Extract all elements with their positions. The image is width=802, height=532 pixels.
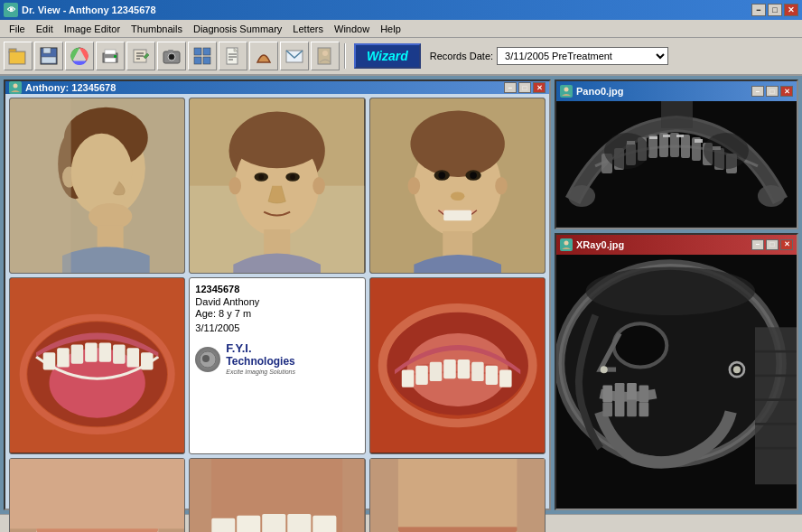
photo-lower-teeth[interactable] bbox=[9, 277, 185, 453]
pano-close[interactable]: ✕ bbox=[780, 86, 793, 97]
wizard-button[interactable]: Wizard bbox=[354, 43, 421, 69]
svg-rect-172 bbox=[639, 385, 649, 402]
svg-rect-21 bbox=[203, 48, 210, 55]
title-bar: 👁 Dr. View - Anthony 12345678 − □ ✕ bbox=[0, 0, 802, 20]
maximize-button[interactable]: □ bbox=[768, 4, 782, 16]
logo-fyi: F.Y.I. bbox=[226, 342, 295, 355]
patient-panel-titlebar: Anthony: 12345678 − □ ✕ bbox=[5, 81, 549, 94]
toolbar-grid-btn[interactable] bbox=[188, 42, 217, 70]
svg-rect-89 bbox=[457, 359, 470, 378]
lateral-xray-content[interactable] bbox=[556, 255, 797, 509]
svg-rect-112 bbox=[238, 515, 261, 532]
toolbar-doc-btn[interactable] bbox=[219, 42, 247, 70]
close-button[interactable]: ✕ bbox=[784, 4, 798, 16]
menu-diagnosis[interactable]: Diagnosis Summary bbox=[188, 22, 287, 36]
svg-rect-159 bbox=[661, 101, 693, 128]
svg-rect-4 bbox=[43, 48, 51, 53]
xray-panel-titlebar: XRay0.jpg − □ ✕ bbox=[556, 235, 797, 255]
menu-thumbnails[interactable]: Thumbnails bbox=[126, 22, 188, 36]
svg-rect-121 bbox=[190, 459, 211, 532]
svg-point-18 bbox=[170, 55, 174, 60]
svg-rect-9 bbox=[105, 58, 116, 62]
svg-point-158 bbox=[758, 185, 785, 207]
xray-panel-title: XRay0.jpg bbox=[576, 239, 624, 250]
photo-face-front[interactable] bbox=[189, 98, 365, 274]
xray-minimize[interactable]: − bbox=[751, 239, 764, 250]
toolbar-camera-btn[interactable] bbox=[157, 42, 186, 70]
photo-face-smile[interactable] bbox=[369, 98, 546, 274]
toolbar-color-btn[interactable] bbox=[65, 42, 94, 70]
xray-maximize[interactable]: □ bbox=[766, 239, 779, 250]
svg-rect-71 bbox=[57, 349, 70, 368]
patient-panel-close[interactable]: ✕ bbox=[533, 82, 546, 93]
svg-point-186 bbox=[586, 266, 755, 315]
svg-point-47 bbox=[232, 116, 323, 168]
svg-rect-1 bbox=[9, 49, 16, 52]
company-logo: F.Y.I. Technologies Excite Imaging Solut… bbox=[195, 342, 295, 376]
svg-point-53 bbox=[313, 177, 326, 194]
patient-panel-title: Anthony: 12345678 bbox=[25, 82, 116, 93]
logo-circle-icon bbox=[195, 347, 220, 372]
minimize-button[interactable]: − bbox=[751, 4, 766, 16]
svg-rect-23 bbox=[203, 57, 210, 64]
svg-rect-2 bbox=[10, 52, 24, 63]
svg-point-57 bbox=[410, 111, 504, 177]
patient-panel-icon bbox=[9, 81, 22, 94]
patient-panel-maximize[interactable]: □ bbox=[518, 82, 531, 93]
svg-rect-5 bbox=[42, 57, 56, 63]
photo-left-side-teeth[interactable] bbox=[9, 458, 185, 532]
svg-point-80 bbox=[202, 355, 210, 362]
menu-edit[interactable]: Edit bbox=[31, 22, 59, 36]
svg-rect-77 bbox=[141, 352, 154, 369]
menu-letters[interactable]: Letters bbox=[287, 22, 329, 36]
toolbar-edit-btn[interactable] bbox=[126, 42, 155, 70]
patient-panel: Anthony: 12345678 − □ ✕ bbox=[4, 79, 551, 510]
svg-rect-136 bbox=[517, 459, 545, 532]
photo-grid: 12345678 David Anthony Age: 8 y 7 m 3/11… bbox=[5, 94, 549, 532]
svg-rect-175 bbox=[627, 400, 637, 417]
svg-point-185 bbox=[733, 366, 741, 373]
menu-window[interactable]: Window bbox=[329, 22, 375, 36]
svg-rect-155 bbox=[695, 139, 703, 143]
menu-bar: File Edit Image Editor Thumbnails Diagno… bbox=[0, 20, 802, 38]
toolbar-face-btn[interactable] bbox=[311, 42, 340, 70]
menu-help[interactable]: Help bbox=[375, 22, 406, 36]
patient-info-cell: 12345678 David Anthony Age: 8 y 7 m 3/11… bbox=[189, 277, 365, 453]
svg-rect-122 bbox=[342, 459, 364, 532]
pano-minimize[interactable]: − bbox=[751, 86, 764, 97]
svg-rect-75 bbox=[113, 345, 126, 364]
svg-rect-169 bbox=[602, 385, 612, 402]
svg-rect-66 bbox=[443, 231, 472, 257]
pano-xray-content[interactable] bbox=[556, 101, 797, 228]
toolbar-save-btn[interactable] bbox=[34, 42, 63, 70]
records-label: Records Date: bbox=[430, 51, 493, 61]
svg-rect-87 bbox=[429, 362, 442, 381]
svg-point-160 bbox=[604, 133, 649, 169]
svg-point-32 bbox=[14, 84, 18, 89]
pano-maximize[interactable]: □ bbox=[766, 86, 779, 97]
svg-rect-74 bbox=[99, 343, 112, 362]
toolbar-print-btn[interactable] bbox=[96, 42, 125, 70]
patient-panel-minimize[interactable]: − bbox=[504, 82, 517, 93]
svg-rect-115 bbox=[313, 515, 337, 532]
records-select[interactable]: 3/11/2005 PreTreatment bbox=[497, 47, 668, 65]
svg-point-63 bbox=[451, 191, 464, 201]
svg-rect-154 bbox=[676, 135, 684, 137]
svg-rect-22 bbox=[194, 57, 201, 64]
toolbar-arch-btn[interactable] bbox=[249, 42, 278, 70]
toolbar-email-btn[interactable] bbox=[280, 42, 309, 70]
xray-close[interactable]: ✕ bbox=[780, 239, 793, 250]
svg-rect-54 bbox=[264, 229, 290, 256]
photo-front-teeth[interactable] bbox=[189, 458, 365, 532]
menu-file[interactable]: File bbox=[4, 22, 31, 36]
toolbar-open-btn[interactable] bbox=[4, 42, 33, 70]
svg-rect-62 bbox=[443, 210, 471, 221]
menu-image-editor[interactable]: Image Editor bbox=[59, 22, 126, 36]
photo-upper-teeth[interactable] bbox=[369, 277, 546, 453]
status-text bbox=[4, 518, 6, 529]
svg-rect-113 bbox=[263, 514, 286, 532]
photo-face-side[interactable] bbox=[9, 98, 185, 274]
photo-right-side-teeth[interactable] bbox=[369, 458, 546, 532]
svg-rect-73 bbox=[85, 343, 98, 362]
svg-point-61 bbox=[470, 172, 477, 179]
